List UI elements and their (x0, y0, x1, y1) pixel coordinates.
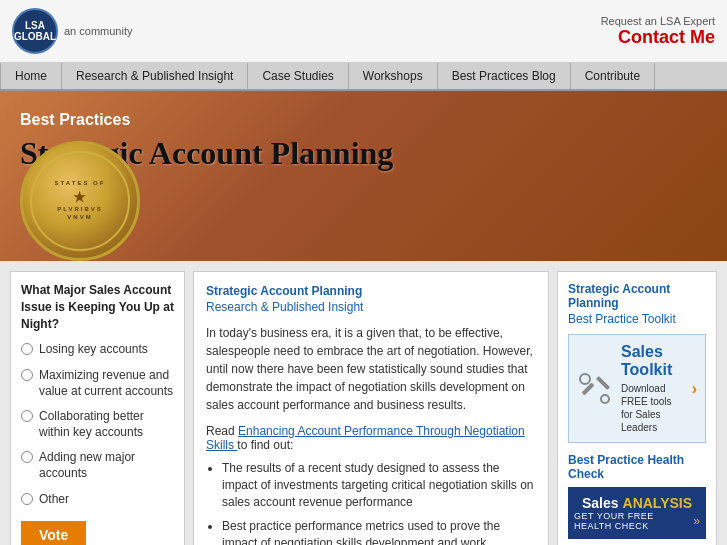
health-arrow-icon: » (693, 514, 700, 528)
best-practices-label: Best Practices (20, 111, 707, 129)
nav-research[interactable]: Research & Published Insight (62, 63, 248, 89)
poll-radio-1[interactable] (21, 343, 33, 355)
tools-svg-icon (577, 371, 613, 407)
page-header: LSA GLOBAL an community Request an LSA E… (0, 0, 727, 63)
request-expert-label: Request an LSA Expert (601, 15, 715, 27)
health-title-row: Sales ANALYSIS (582, 495, 692, 511)
bullet-1: The results of a recent study designed t… (222, 460, 536, 510)
poll-radio-3[interactable] (21, 410, 33, 422)
poll-option-label-5: Other (39, 492, 69, 508)
health-analysis-text: ANALYSIS (623, 495, 693, 511)
svg-point-3 (601, 395, 609, 403)
toolkit-subheader: Best Practice Toolkit (568, 312, 706, 326)
svg-rect-2 (596, 376, 610, 390)
article-subcategory: Research & Published Insight (206, 300, 536, 314)
svg-point-1 (580, 374, 590, 384)
right-sidebar: Strategic Account Planning Best Practice… (557, 271, 717, 545)
poll-option-1[interactable]: Losing key accounts (21, 342, 174, 358)
lsa-logo[interactable]: LSA GLOBAL (12, 8, 58, 54)
poll-question: What Major Sales Account Issue is Keepin… (21, 282, 174, 332)
toolkit-text: SalesToolkit Download FREE tools for Sal… (621, 343, 684, 434)
health-check-box[interactable]: Sales ANALYSIS GET YOUR FREE HEALTH CHEC… (568, 487, 706, 539)
poll-option-3[interactable]: Collaborating better within key accounts (21, 409, 174, 440)
find-out-text: to find out: (237, 438, 293, 452)
poll-radio-2[interactable] (21, 369, 33, 381)
article-intro: In today's business era, it is a given t… (206, 324, 536, 414)
logo-text: LSA GLOBAL (14, 20, 56, 42)
article-content: Strategic Account Planning Research & Pu… (193, 271, 549, 545)
health-sales-text: Sales (582, 495, 619, 511)
coin-decoration: STATES OF ★ PLVRIBVS VNVM (20, 141, 140, 261)
toolkit-download-box[interactable]: SalesToolkit Download FREE tools for Sal… (568, 334, 706, 443)
poll-option-2[interactable]: Maximizing revenue and value at current … (21, 368, 174, 399)
nav-workshops[interactable]: Workshops (349, 63, 438, 89)
read-prefix: Read (206, 424, 235, 438)
main-nav: Home Research & Published Insight Case S… (0, 63, 727, 91)
toolkit-title: SalesToolkit (621, 343, 684, 378)
toolkit-desc: Download FREE tools for Sales Leaders (621, 382, 684, 434)
contact-area: Request an LSA Expert Contact Me (601, 15, 715, 48)
poll-option-label-3: Collaborating better within key accounts (39, 409, 174, 440)
poll-radio-4[interactable] (21, 451, 33, 463)
toolkit-arrow-icon: › (692, 380, 697, 398)
poll-sidebar: What Major Sales Account Issue is Keepin… (10, 271, 185, 545)
poll-option-label-2: Maximizing revenue and value at current … (39, 368, 174, 399)
community-label: an community (64, 25, 132, 37)
health-check-label: Best Practice Health Check (568, 453, 706, 481)
contact-me-link[interactable]: Contact Me (618, 27, 715, 47)
poll-option-5[interactable]: Other (21, 492, 174, 508)
poll-option-label-4: Adding new major accounts (39, 450, 174, 481)
coin-inner: STATES OF ★ PLVRIBVS VNVM (30, 151, 130, 251)
main-content: What Major Sales Account Issue is Keepin… (0, 261, 727, 545)
bullet-2: Best practice performance metrics used t… (222, 518, 536, 545)
hero-banner: Best Practices Strategic Account Plannin… (0, 91, 727, 261)
poll-radio-5[interactable] (21, 493, 33, 505)
logo-area: LSA GLOBAL an community (12, 8, 132, 54)
health-get-text: GET YOUR FREE HEALTH CHECK (574, 511, 689, 531)
toolkit-header: Strategic Account Planning (568, 282, 706, 310)
health-check-row: GET YOUR FREE HEALTH CHECK » (574, 511, 700, 531)
nav-blog[interactable]: Best Practices Blog (438, 63, 571, 89)
nav-contribute[interactable]: Contribute (571, 63, 655, 89)
nav-case-studies[interactable]: Case Studies (248, 63, 348, 89)
article-bullets: The results of a recent study designed t… (222, 460, 536, 545)
poll-option-label-1: Losing key accounts (39, 342, 148, 358)
vote-button[interactable]: Vote (21, 521, 86, 545)
poll-option-4[interactable]: Adding new major accounts (21, 450, 174, 481)
nav-home[interactable]: Home (0, 63, 62, 89)
read-link-wrapper: Read Enhancing Account Performance Throu… (206, 424, 536, 452)
toolkit-icon (577, 371, 613, 407)
article-category: Strategic Account Planning (206, 284, 536, 298)
